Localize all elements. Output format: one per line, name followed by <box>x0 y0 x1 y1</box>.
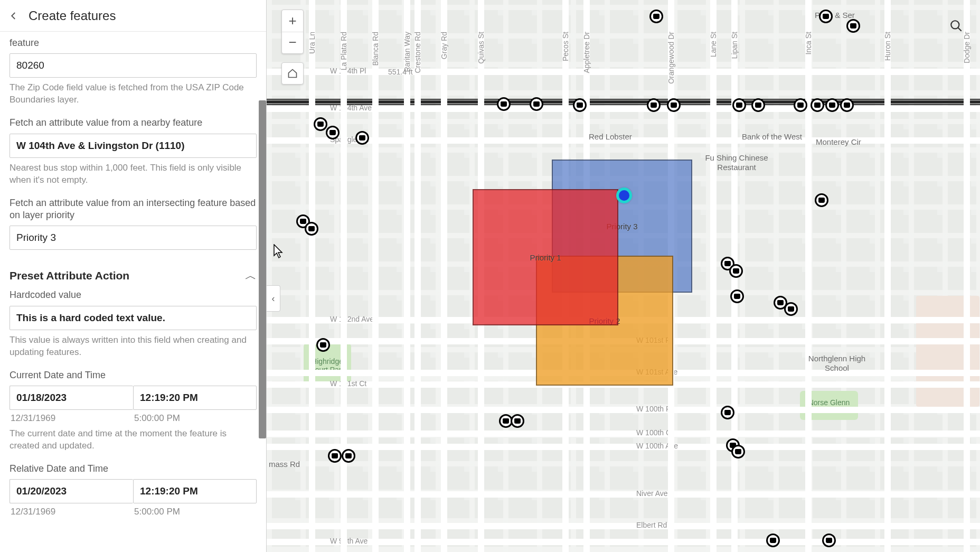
road-label: Lane St <box>709 32 718 57</box>
place-label: mass Rd <box>269 460 300 469</box>
section-title: Preset Attribute Action <box>10 269 129 282</box>
road-label: Inca St <box>804 32 813 55</box>
field-label: Fetch an attribute value from an interse… <box>10 197 257 222</box>
bus-stop-icon[interactable] <box>784 302 798 316</box>
road-label: Niver Ave <box>636 489 668 498</box>
road-label: Raritan Way <box>403 32 411 72</box>
bus-stop-icon[interactable] <box>647 98 661 112</box>
bus-stop-icon[interactable] <box>649 10 663 23</box>
bus-stop-icon[interactable] <box>573 98 587 112</box>
map-canvas[interactable]: Highridge Court ParkNorse Glenn W 104th … <box>267 0 980 552</box>
road-label: Pecos St <box>561 32 570 61</box>
home-button[interactable] <box>281 62 304 85</box>
bus-stop-icon[interactable] <box>819 10 833 23</box>
field-priority: Fetch an attribute value from an interse… <box>10 197 257 250</box>
bus-stop-icon[interactable] <box>751 98 765 112</box>
svg-line-1 <box>958 27 962 31</box>
priority-input[interactable] <box>10 226 257 250</box>
field-zip: feature The Zip Code field value is fetc… <box>10 37 257 106</box>
zoom-in-button[interactable]: + <box>282 10 303 32</box>
current-time-input[interactable] <box>133 386 257 410</box>
bus-stop-icon[interactable] <box>667 98 681 112</box>
road-label: W 104th Ave <box>330 104 372 112</box>
bus-stop-icon[interactable] <box>530 97 543 111</box>
prev-time: 5:00:00 PM <box>133 507 257 517</box>
bus-stop-icon[interactable] <box>731 445 745 459</box>
road-vertical <box>309 0 315 552</box>
panel-body[interactable]: feature The Zip Code field value is fetc… <box>0 32 266 552</box>
road-label: Crestone Rd <box>413 32 422 73</box>
relative-time-input[interactable] <box>133 479 257 503</box>
overlay-priority-1[interactable]: Priority 1 <box>473 189 618 325</box>
bus-stop-icon[interactable] <box>732 98 746 112</box>
section-toggle-preset[interactable]: Preset Attribute Action ︿ <box>10 260 257 289</box>
road-vertical <box>372 0 379 552</box>
field-label: feature <box>10 37 257 49</box>
bus-stop-icon[interactable] <box>316 338 330 352</box>
road-label: Blanca Rd <box>371 32 380 66</box>
road-label: Elbert Rd <box>636 521 667 529</box>
zip-input[interactable] <box>10 53 257 78</box>
search-button[interactable] <box>944 14 968 38</box>
bus-stop-icon[interactable] <box>342 449 355 463</box>
road-label: W 100th Pl <box>636 405 672 413</box>
place-label: Bank of the West <box>742 132 802 142</box>
road-vertical <box>964 0 970 552</box>
bus-stop-icon[interactable] <box>305 222 318 236</box>
road-vertical <box>710 0 717 552</box>
field-label: Fetch an attribute value from a nearby f… <box>10 117 257 129</box>
place-label: Monterey Cir <box>816 137 861 147</box>
field-hint: This value is always written into this f… <box>10 334 257 359</box>
chevron-up-icon: ︿ <box>245 268 257 284</box>
bus-stop-icon[interactable] <box>794 98 807 112</box>
panel-title: Create features <box>29 8 116 23</box>
field-hint: Nearest bus stop within 1,000 feet. This… <box>10 162 257 186</box>
bus-stop-icon[interactable] <box>721 406 734 419</box>
bus-stop-icon[interactable] <box>729 264 743 278</box>
road-label: W 101st Ct <box>330 379 366 388</box>
field-current-datetime: Current Date and Time 12/31/1969 5:00:00… <box>10 369 257 452</box>
bus-stop-icon[interactable] <box>328 449 342 463</box>
bus-stop-icon[interactable] <box>822 534 836 547</box>
place-label: Fu Shing Chinese Restaurant <box>700 153 774 172</box>
bus-stop-icon[interactable] <box>815 193 828 207</box>
hardcoded-input[interactable] <box>10 306 257 330</box>
prev-time: 5:00:00 PM <box>133 413 257 424</box>
nearby-input[interactable] <box>10 134 257 158</box>
zoom-control: + − <box>281 10 304 54</box>
collapse-panel-button[interactable]: ‹ <box>267 285 280 312</box>
road-label: Quivas St <box>477 32 485 64</box>
field-relative-datetime: Relative Date and Time 12/31/1969 5:00:0… <box>10 463 257 517</box>
field-nearby: Fetch an attribute value from a nearby f… <box>10 117 257 186</box>
place-label: Northglenn High School <box>800 354 874 373</box>
bus-stop-icon[interactable] <box>766 534 780 547</box>
bus-stop-icon[interactable] <box>811 98 824 112</box>
bus-stop-icon[interactable] <box>326 126 340 139</box>
field-label: Current Date and Time <box>10 369 257 381</box>
bus-stop-icon[interactable] <box>511 414 524 428</box>
bus-stop-icon[interactable] <box>730 289 744 303</box>
back-button[interactable] <box>4 6 23 25</box>
road-vertical <box>414 0 421 552</box>
svg-point-0 <box>951 21 959 29</box>
road-label: W 102nd Ave <box>330 315 374 323</box>
bus-stop-icon[interactable] <box>846 19 860 33</box>
road-vertical <box>884 0 891 552</box>
place-label: Red Lobster <box>589 132 632 142</box>
bus-stop-icon[interactable] <box>840 98 854 112</box>
field-hardcoded: Hardcoded value This value is always wri… <box>10 289 257 358</box>
zoom-out-button[interactable]: − <box>282 32 303 54</box>
bus-stop-icon[interactable] <box>314 117 327 131</box>
relative-date-input[interactable] <box>10 479 133 503</box>
scrollbar-thumb[interactable] <box>259 100 266 438</box>
field-hint: The current date and time at the moment … <box>10 428 257 452</box>
bus-stop-icon[interactable] <box>825 98 839 112</box>
bus-stop-icon[interactable] <box>355 131 369 145</box>
current-date-input[interactable] <box>10 386 133 410</box>
road-label: Huron St <box>883 32 892 61</box>
field-hint: The Zip Code field value is fetched from… <box>10 82 257 106</box>
bus-stop-icon[interactable] <box>497 97 511 111</box>
create-features-panel: Create features feature The Zip Code fie… <box>0 0 267 552</box>
scale-label: 551.4 ft <box>388 68 413 76</box>
road-vertical <box>805 0 812 552</box>
